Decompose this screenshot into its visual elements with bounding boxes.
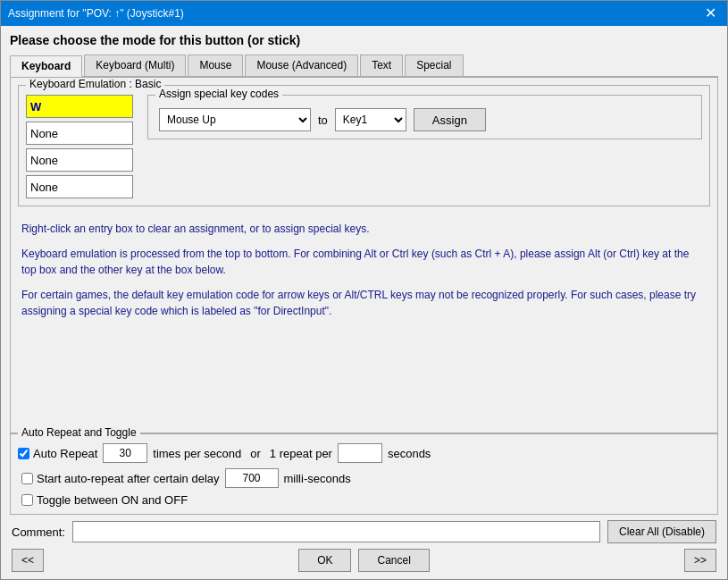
keyboard-emulation-group: Keyboard Emulation : Basic Assign specia… xyxy=(18,85,710,206)
keyboard-emulation-content: Assign special key codes Mouse Up Mouse … xyxy=(26,95,702,198)
key-input-1[interactable] xyxy=(26,95,133,118)
cancel-button[interactable]: Cancel xyxy=(358,549,429,572)
info-text-2: Keyboard emulation is processed from the… xyxy=(21,246,707,278)
window-body: Please choose the mode for this button (… xyxy=(1,26,727,579)
tab-special[interactable]: Special xyxy=(405,55,463,76)
auto-repeat-row: Auto Repeat times per second or 1 repeat… xyxy=(18,443,710,463)
auto-repeat-label-text: Auto Repeat xyxy=(33,447,97,460)
toggle-checkbox[interactable] xyxy=(21,494,33,506)
window-title: Assignment for "POV: ↑" (Joystick#1) xyxy=(8,7,184,20)
to-label: to xyxy=(318,113,328,127)
one-repeat-per-label: 1 repeat per xyxy=(270,447,332,460)
auto-repeat-group: Auto Repeat and Toggle Auto Repeat times… xyxy=(10,433,718,515)
bottom-section: Auto Repeat and Toggle Auto Repeat times… xyxy=(10,433,718,572)
comment-label: Comment: xyxy=(12,525,65,539)
tab-text[interactable]: Text xyxy=(360,55,403,76)
ok-button[interactable]: OK xyxy=(298,549,351,572)
comment-input[interactable] xyxy=(72,521,600,542)
main-window: Assignment for "POV: ↑" (Joystick#1) ✕ P… xyxy=(0,0,728,580)
next-button[interactable]: >> xyxy=(684,549,716,572)
times-per-second-label: times per second xyxy=(153,447,241,460)
title-bar: Assignment for "POV: ↑" (Joystick#1) ✕ xyxy=(1,1,727,26)
auto-repeat-checkbox-label: Auto Repeat xyxy=(18,447,97,460)
auto-repeat-group-label: Auto Repeat and Toggle xyxy=(18,426,140,439)
seconds-input[interactable] xyxy=(338,443,382,463)
comment-row: Comment: Clear All (Disable) xyxy=(10,520,718,543)
or-label: or xyxy=(250,447,261,460)
toggle-row: Toggle between ON and OFF xyxy=(18,493,710,507)
tab-keyboard[interactable]: Keyboard xyxy=(10,55,82,77)
info-text-1: Right-click an entry box to clear an ass… xyxy=(21,221,707,237)
assign-row: Mouse Up Mouse Down Mouse Left Mouse Rig… xyxy=(159,108,690,131)
times-input[interactable] xyxy=(103,443,147,463)
footer-row: << OK Cancel >> xyxy=(10,549,718,572)
ok-cancel-buttons: OK Cancel xyxy=(298,549,430,572)
start-delay-label-text: Start auto-repeat after certain delay xyxy=(37,472,220,485)
close-button[interactable]: ✕ xyxy=(701,6,720,21)
toggle-checkbox-label: Toggle between ON and OFF xyxy=(21,493,188,507)
start-delay-row: Start auto-repeat after certain delay mi… xyxy=(18,468,710,488)
auto-repeat-checkbox[interactable] xyxy=(18,448,29,459)
key-input-2[interactable] xyxy=(26,122,133,145)
tab-mouse-advanced[interactable]: Mouse (Advanced) xyxy=(245,55,358,76)
tab-mouse[interactable]: Mouse xyxy=(188,55,243,76)
info-text-3: For certain games, the default key emula… xyxy=(21,287,707,319)
milli-label: milli-seconds xyxy=(284,472,351,485)
main-content-area: Keyboard Emulation : Basic Assign specia… xyxy=(10,77,718,433)
assign-section: Assign special key codes Mouse Up Mouse … xyxy=(147,95,702,139)
tab-bar: Keyboard Keyboard (Multi) Mouse Mouse (A… xyxy=(10,55,718,77)
start-delay-checkbox-label: Start auto-repeat after certain delay xyxy=(21,472,220,485)
clear-all-button[interactable]: Clear All (Disable) xyxy=(607,520,716,543)
tab-keyboard-multi[interactable]: Keyboard (Multi) xyxy=(84,55,186,76)
delay-input[interactable] xyxy=(225,468,279,488)
prev-button[interactable]: << xyxy=(12,549,44,572)
info-text-area: Right-click an entry box to clear an ass… xyxy=(18,214,710,425)
assign-button[interactable]: Assign xyxy=(414,108,486,131)
mouse-up-dropdown[interactable]: Mouse Up Mouse Down Mouse Left Mouse Rig… xyxy=(159,108,311,131)
seconds-label: seconds xyxy=(388,447,431,460)
key-input-3[interactable] xyxy=(26,148,133,172)
key-dropdown[interactable]: Key1 Key2 Key3 Key4 xyxy=(335,108,406,131)
key-input-4[interactable] xyxy=(26,175,133,198)
page-title: Please choose the mode for this button (… xyxy=(10,33,718,47)
keyboard-emulation-label: Keyboard Emulation : Basic xyxy=(26,78,164,90)
start-delay-checkbox[interactable] xyxy=(21,473,33,484)
toggle-label-text: Toggle between ON and OFF xyxy=(37,493,188,507)
assign-section-label: Assign special key codes xyxy=(155,88,282,100)
key-boxes xyxy=(26,95,133,198)
